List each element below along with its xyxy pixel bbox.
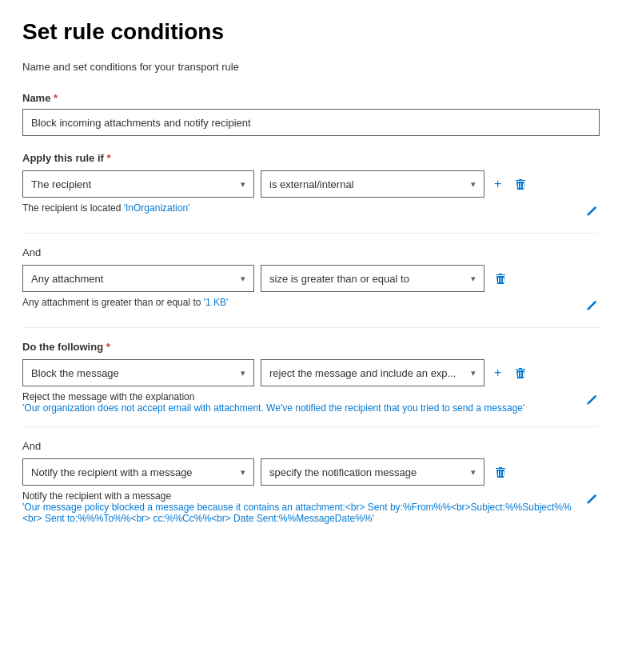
delete-icon	[494, 466, 507, 478]
name-input[interactable]	[22, 109, 600, 136]
name-label: Name *	[22, 92, 600, 104]
apply-rule-dropdown1[interactable]: The recipient ▾	[22, 170, 254, 198]
and2-dropdown1[interactable]: Notify the recipient with a message ▾	[22, 458, 254, 486]
divider3	[22, 426, 600, 427]
in-org-link[interactable]: 'InOrganization'	[124, 202, 190, 214]
do-following-edit-button[interactable]	[582, 391, 600, 409]
do-following-hint: Reject the message with the explanation …	[22, 391, 582, 414]
and2-edit-button[interactable]	[582, 490, 600, 508]
chevron-icon: ▾	[471, 368, 476, 378]
edit-icon	[585, 394, 596, 406]
edit-icon	[585, 494, 596, 505]
and1-label: And	[22, 246, 600, 258]
chevron-icon: ▾	[241, 368, 245, 378]
divider1	[22, 233, 600, 234]
edit-icon	[585, 300, 596, 311]
delete-icon	[514, 366, 527, 379]
chevron-icon: ▾	[241, 467, 245, 478]
page-subtitle: Name and set conditions for your transpo…	[22, 61, 600, 73]
chevron-icon: ▾	[471, 467, 476, 478]
and2-label: And	[22, 440, 600, 452]
do-following-add-button[interactable]: +	[491, 362, 504, 383]
and2-dropdown2[interactable]: specify the notification message ▾	[261, 458, 484, 486]
chevron-icon: ▾	[471, 274, 476, 284]
1kb-link[interactable]: '1 KB'	[204, 297, 229, 308]
chevron-icon: ▾	[471, 179, 476, 190]
and1-delete-button[interactable]	[491, 269, 510, 288]
delete-icon	[514, 178, 527, 190]
do-following-dropdown1[interactable]: Block the message ▾	[22, 359, 254, 386]
apply-rule-hint: The recipient is located 'InOrganization…	[22, 202, 582, 214]
do-following-label: Do the following *	[22, 341, 600, 353]
edit-icon	[585, 206, 596, 217]
apply-rule-add-button[interactable]: +	[491, 174, 504, 194]
and2-hint: Notify the recipient with a message 'Our…	[22, 490, 582, 524]
do-following-delete-button[interactable]	[511, 363, 530, 382]
apply-rule-edit-button[interactable]	[582, 202, 600, 220]
and1-edit-button[interactable]	[582, 297, 600, 314]
and1-dropdown1[interactable]: Any attachment ▾	[22, 265, 254, 292]
and2-delete-button[interactable]	[491, 462, 510, 482]
divider2	[22, 327, 600, 328]
apply-rule-label: Apply this rule if *	[22, 152, 600, 164]
delete-icon	[494, 272, 507, 285]
apply-rule-delete-button[interactable]	[511, 174, 530, 194]
chevron-icon: ▾	[241, 274, 245, 284]
and1-dropdown2[interactable]: size is greater than or equal to ▾	[261, 265, 484, 292]
apply-rule-dropdown2[interactable]: is external/internal ▾	[261, 170, 484, 198]
chevron-icon: ▾	[241, 179, 245, 190]
do-following-dropdown2[interactable]: reject the message and include an exp...…	[261, 359, 484, 386]
and1-hint: Any attachment is greater than or equal …	[22, 297, 582, 308]
page-title: Set rule conditions	[22, 19, 600, 45]
